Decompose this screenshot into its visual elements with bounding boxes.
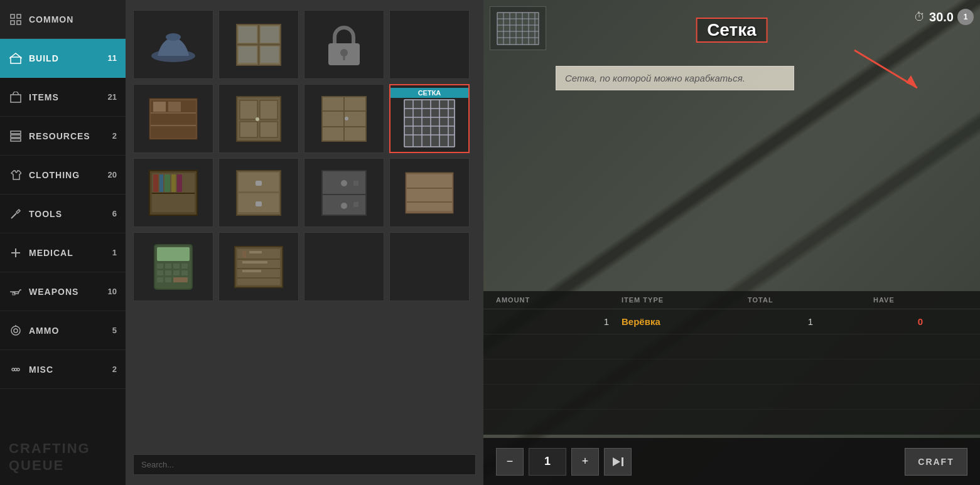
grid-item-window[interactable] (218, 10, 299, 79)
svg-rect-23 (261, 26, 279, 43)
svg-rect-78 (353, 202, 358, 207)
svg-rect-24 (239, 46, 257, 63)
minus-button[interactable]: − (496, 448, 524, 476)
sidebar-clothing-count: 20 (104, 170, 117, 179)
sidebar-item-build[interactable]: BUILD 11 (0, 39, 126, 78)
svg-point-18 (166, 33, 181, 41)
svg-rect-80 (407, 174, 452, 211)
svg-rect-72 (256, 201, 262, 206)
grid-item-shelf[interactable] (133, 84, 213, 153)
svg-rect-77 (353, 181, 358, 186)
sidebar-ammo-count: 5 (104, 326, 117, 335)
svg-line-9 (11, 213, 16, 218)
svg-rect-64 (159, 174, 163, 192)
svg-rect-90 (165, 270, 171, 275)
svg-rect-102 (249, 251, 262, 253)
sidebar-item-clothing[interactable]: CLOTHING 20 (0, 156, 126, 195)
item-name: Сетка (696, 18, 768, 43)
grid-item-door2[interactable] (304, 84, 384, 153)
sidebar-misc-count: 2 (104, 365, 117, 374)
grid-item-door1[interactable]: fill="#cca" (218, 84, 299, 153)
grid-item-locker[interactable] (304, 158, 384, 227)
sidebar-item-common[interactable]: COMMON (0, 0, 126, 39)
header-have: HAVE (873, 296, 967, 304)
main-content: fill="#cca" СЕТКА (126, 0, 483, 485)
svg-rect-46 (404, 100, 455, 147)
red-arrow (848, 44, 923, 94)
selected-item-label: СЕТКА (390, 88, 468, 98)
svg-marker-122 (613, 457, 620, 466)
sidebar-item-medical[interactable]: MEDICAL 1 (0, 233, 126, 272)
tools-icon (9, 207, 23, 221)
skip-to-end-button[interactable] (604, 448, 632, 476)
item-description: Сетка, по которой можно карабкаться. (556, 66, 794, 90)
sidebar-item-resources[interactable]: RESOURCES 2 (0, 117, 126, 156)
svg-point-16 (14, 368, 17, 371)
search-container (133, 454, 476, 475)
row-total: 1 (748, 316, 873, 327)
svg-rect-103 (242, 261, 267, 264)
table-row: 1 Верёвка 1 0 (483, 309, 980, 334)
clothing-icon (9, 168, 23, 182)
resources-icon (9, 129, 23, 143)
svg-rect-34 (168, 102, 181, 112)
sidebar-item-ammo[interactable]: AMMO 5 (0, 311, 126, 350)
sidebar-items-label: ITEMS (29, 92, 104, 102)
svg-rect-22 (239, 26, 257, 43)
grid-item-net[interactable]: СЕТКА (389, 84, 470, 153)
svg-rect-67 (177, 174, 182, 192)
svg-rect-95 (173, 277, 188, 282)
svg-marker-121 (906, 75, 917, 88)
grid-item-hat[interactable] (133, 10, 213, 79)
timer-value: 30.0 (929, 10, 954, 24)
grid-item-calculator[interactable] (133, 232, 213, 301)
empty-row-2 (483, 360, 980, 385)
svg-rect-104 (242, 270, 261, 272)
svg-rect-25 (261, 46, 279, 63)
sidebar-item-tools[interactable]: TOOLS 6 (0, 195, 126, 233)
empty-row-4 (483, 410, 980, 435)
common-icon (9, 13, 23, 26)
grid-item-board[interactable] (218, 232, 299, 301)
grid-item-bookshelf[interactable] (133, 158, 213, 227)
svg-rect-86 (165, 264, 171, 269)
sidebar-item-items[interactable]: ITEMS 21 (0, 78, 126, 117)
grid-item-empty-1[interactable] (389, 10, 470, 79)
sidebar-ammo-label: AMMO (29, 326, 104, 336)
svg-point-11 (11, 326, 20, 335)
grid-item-cabinet[interactable] (218, 158, 299, 227)
sidebar-build-count: 11 (104, 53, 117, 63)
grid-item-shelf2[interactable] (389, 158, 470, 227)
build-icon (9, 51, 23, 65)
svg-rect-4 (11, 57, 21, 63)
sidebar-item-weapons[interactable]: WEAPONS 10 (0, 272, 126, 311)
svg-rect-6 (11, 131, 21, 134)
timer-count: 1 (964, 13, 968, 21)
misc-icon (9, 363, 23, 376)
search-input[interactable] (133, 454, 476, 475)
svg-rect-94 (165, 277, 171, 282)
crafting-queue-label: CRAFTING QUEUE (0, 429, 126, 485)
timer-circle: 1 (957, 9, 974, 25)
svg-rect-84 (157, 247, 190, 261)
empty-row-1 (483, 334, 980, 360)
header-amount: AMOUNT (496, 296, 622, 304)
row-have: 0 (873, 316, 967, 327)
sidebar-item-misc[interactable]: MISC 2 (0, 350, 126, 389)
item-preview (490, 6, 546, 50)
grid-item-empty-3[interactable] (389, 232, 470, 301)
svg-point-45 (345, 117, 348, 120)
svg-rect-71 (256, 181, 262, 186)
timer-icon: ⏱ (914, 11, 925, 24)
svg-point-12 (14, 329, 18, 333)
item-grid: fill="#cca" СЕТКА (126, 0, 483, 311)
grid-item-lock[interactable] (304, 10, 384, 79)
svg-point-40: fill="#cca" (256, 117, 259, 121)
plus-button[interactable]: + (571, 448, 599, 476)
svg-rect-3 (17, 21, 21, 24)
craft-button[interactable]: CRAFT (905, 448, 967, 476)
grid-item-empty-2[interactable] (304, 232, 384, 301)
svg-rect-89 (157, 270, 163, 275)
sidebar-medical-label: MEDICAL (29, 248, 104, 258)
empty-row-3 (483, 385, 980, 410)
